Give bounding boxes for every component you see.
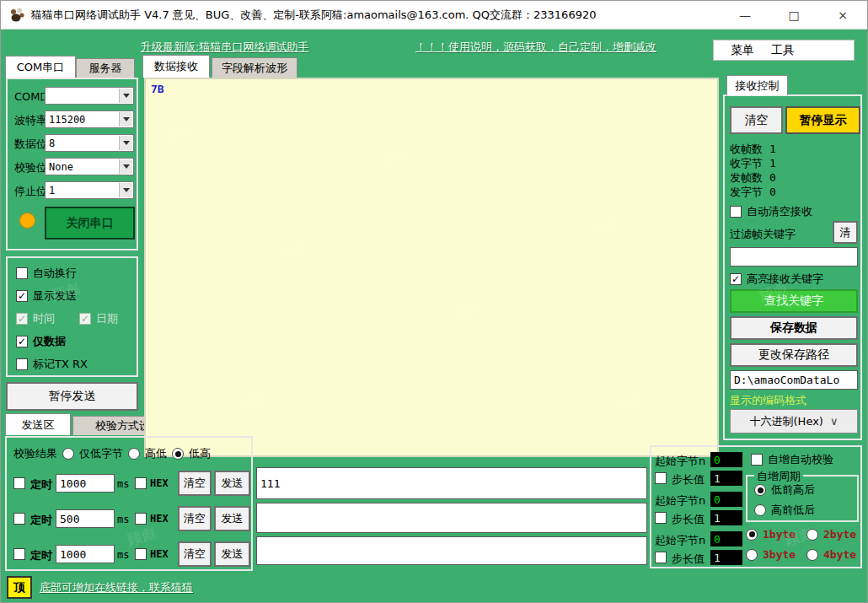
baud-rate-select[interactable]: 115200 (45, 110, 134, 128)
data-bits-select[interactable]: 8 (45, 134, 134, 152)
clear-send-button-1[interactable]: 清空 (178, 471, 212, 496)
byte2-option[interactable]: 2byte (806, 528, 856, 541)
byte3-radio[interactable] (746, 549, 758, 561)
mark-txrx-option[interactable]: 标记TX RX (16, 357, 88, 372)
start-byte-input-2[interactable]: 0 (710, 492, 742, 507)
auto-increment-checksum-checkbox[interactable] (751, 454, 763, 466)
auto-newline-checkbox[interactable] (16, 267, 28, 279)
chevron-down-icon[interactable] (119, 159, 132, 174)
upgrade-link[interactable]: 升级最新版:猫猫串口网络调试助手 (141, 40, 308, 55)
send-text-input-3[interactable] (256, 536, 647, 565)
save-data-button[interactable]: 保存数据 (730, 316, 858, 340)
auto-clear-checkbox[interactable] (730, 206, 742, 218)
clear-send-button-3[interactable]: 清空 (178, 541, 212, 567)
byte2-radio[interactable] (806, 529, 818, 541)
high-first-option[interactable]: 高前低后 (754, 503, 815, 518)
chevron-down-icon[interactable] (119, 112, 132, 127)
close-port-button[interactable]: 关闭串口 (45, 207, 135, 240)
tab-data-receive[interactable]: 数据接收 (142, 55, 210, 78)
low-first-radio[interactable] (754, 484, 766, 496)
minimize-button[interactable]: — (721, 1, 769, 30)
start-byte-input-3[interactable]: 0 (710, 531, 742, 546)
receive-data-area[interactable]: 7B (144, 78, 719, 457)
chevron-down-icon[interactable] (119, 183, 132, 197)
menu-item-tools[interactable]: 工具 (771, 43, 795, 58)
step-checkbox-2[interactable] (655, 512, 667, 524)
help-link[interactable]: ！！！使用说明，源码获取，自己定制，增删减改 (415, 40, 656, 55)
byte4-radio[interactable] (806, 549, 818, 561)
data-only-option[interactable]: 仅数据 (16, 334, 66, 349)
byte3-option[interactable]: 3byte (746, 548, 796, 561)
send-button-2[interactable]: 发送 (214, 506, 250, 531)
tab-receive-control[interactable]: 接收控制 (726, 75, 788, 95)
rx-bytes-label: 收字节 (730, 156, 763, 171)
timer-checkbox-2[interactable] (13, 513, 25, 525)
show-send-option[interactable]: 显示发送 (16, 288, 77, 304)
send-text-input-1[interactable] (256, 467, 647, 499)
highlight-keyword-checkbox[interactable] (730, 273, 742, 285)
tab-send-area[interactable]: 发送区 (5, 413, 71, 435)
rx-frames-value: 1 (769, 143, 776, 155)
send-button-3[interactable]: 发送 (214, 541, 250, 567)
step-input-3[interactable]: 1 (710, 550, 742, 565)
footer-link[interactable]: 底部可增加在线链接，联系猫猫 (40, 580, 193, 595)
com-port-select[interactable] (45, 87, 134, 105)
send-row-2: 定时 ms HEX 清空 发送 (7, 505, 251, 532)
timer-interval-input-1[interactable] (56, 474, 115, 493)
tab-field-parse[interactable]: 字段解析波形 (212, 57, 297, 78)
step-input-2[interactable]: 1 (710, 510, 742, 525)
checksum-low-only-radio[interactable] (62, 448, 74, 460)
clear-send-button-2[interactable]: 清空 (178, 506, 212, 531)
checksum-high-low-radio[interactable] (128, 448, 140, 460)
timer-interval-input-2[interactable] (56, 509, 115, 528)
tab-server[interactable]: 服务器 (76, 58, 135, 78)
hex-checkbox-3[interactable] (135, 548, 147, 560)
close-button[interactable]: × (818, 1, 867, 30)
menu-item-menu[interactable]: 菜单 (731, 43, 754, 58)
find-keyword-button[interactable]: 查找关键字 (730, 289, 858, 313)
auto-increment-checksum-option[interactable]: 自增自动校验 (751, 452, 833, 467)
hex-checkbox-1[interactable] (135, 477, 147, 489)
timer-checkbox-1[interactable] (13, 477, 25, 489)
step-checkbox-3[interactable] (655, 552, 667, 563)
change-save-path-button[interactable]: 更改保存路径 (730, 343, 858, 367)
mark-txrx-label: 标记TX RX (33, 357, 88, 372)
step-checkbox-1[interactable] (655, 472, 667, 484)
chevron-down-icon[interactable] (119, 136, 132, 150)
byte4-option[interactable]: 4byte (806, 548, 856, 561)
maximize-button[interactable]: □ (769, 1, 818, 30)
pause-display-button[interactable]: 暂停显示 (785, 106, 860, 134)
low-first-option[interactable]: 低前高后 (754, 482, 815, 498)
timer-interval-input-3[interactable] (56, 545, 115, 563)
filter-keyword-input[interactable] (730, 247, 858, 267)
auto-clear-option[interactable]: 自动清空接收 (730, 204, 812, 219)
save-path-field[interactable] (730, 370, 858, 390)
show-send-checkbox[interactable] (16, 290, 28, 302)
highlight-keyword-option[interactable]: 高亮接收关键字 (730, 272, 823, 287)
high-first-radio[interactable] (754, 504, 766, 516)
byte1-radio[interactable] (746, 529, 758, 541)
stop-bits-label: 停止位 (14, 184, 47, 199)
chevron-down-icon[interactable] (119, 89, 132, 103)
parity-select[interactable]: None (45, 158, 134, 175)
step-input-1[interactable]: 1 (710, 471, 742, 486)
clear-receive-button[interactable]: 清空 (730, 106, 783, 134)
auto-newline-option[interactable]: 自动换行 (16, 266, 77, 281)
scroll-top-button[interactable]: 顶 (7, 576, 32, 599)
data-only-checkbox[interactable] (16, 336, 28, 347)
pause-send-button[interactable]: 暂停发送 (6, 382, 138, 411)
timer-checkbox-3[interactable] (13, 548, 25, 560)
send-button-1[interactable]: 发送 (214, 471, 250, 496)
mark-txrx-checkbox[interactable] (16, 358, 28, 370)
stop-bits-select[interactable]: 1 (45, 181, 134, 199)
tx-frames-label: 发帧数 (730, 170, 763, 186)
filter-clear-button[interactable]: 清 (833, 221, 858, 244)
start-byte-input-1[interactable]: 0 (710, 452, 742, 467)
checksum-low-high-radio[interactable] (172, 448, 184, 460)
time-option: 时间 (16, 311, 55, 326)
hex-checkbox-2[interactable] (135, 513, 147, 525)
tab-com-port[interactable]: COM串口 (5, 56, 76, 78)
encoding-format-select[interactable]: 十六进制(Hex) ∨ (730, 409, 858, 433)
send-text-input-2[interactable] (256, 503, 647, 533)
byte1-option[interactable]: 1byte (746, 528, 796, 541)
